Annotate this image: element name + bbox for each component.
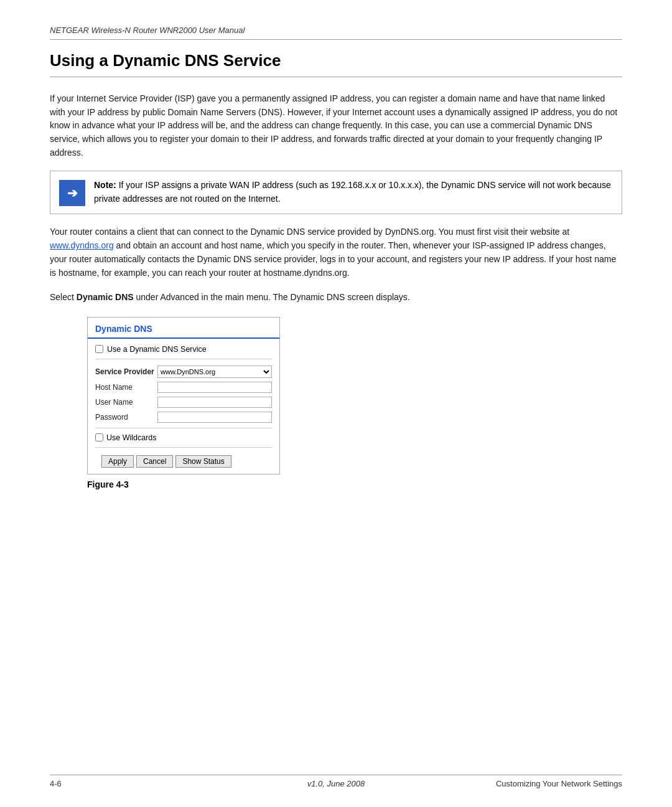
user-name-row: User Name [95,397,272,408]
arrow-icon: ➔ [59,180,85,206]
page-header: NETGEAR Wireless-N Router WNR2000 User M… [50,25,622,40]
figure-container: Dynamic DNS Use a Dynamic DNS Service Se… [87,317,622,489]
page-footer: 4-6 v1.0, June 2008 Customizing Your Net… [50,775,622,788]
footer-page-number: 4-6 [50,779,62,788]
note-content: Note: If your ISP assigns a private WAN … [94,179,613,205]
dns-panel-body: Use a Dynamic DNS Service Service Provid… [88,339,279,474]
note-box: ➔ Note: If your ISP assigns a private WA… [50,171,622,214]
dyndns-link[interactable]: www.dyndns.org [50,240,114,250]
host-name-label: Host Name [95,383,157,392]
page-title: Using a Dynamic DNS Service [50,51,622,77]
host-name-row: Host Name [95,382,272,393]
note-text: If your ISP assigns a private WAN IP add… [94,180,611,204]
service-provider-row: Service Provider www.DynDNS.org [95,366,272,378]
user-name-label: User Name [95,398,157,407]
wildcards-row: Use Wildcards [95,433,272,442]
dns-divider-2 [95,447,272,448]
body3-bold: Dynamic DNS [77,292,134,302]
wildcards-checkbox[interactable] [95,433,103,441]
header-text: NETGEAR Wireless-N Router WNR2000 User M… [50,26,245,35]
body2-before-link: Your router contains a client that can c… [50,227,569,237]
note-bold: Note: [94,180,116,190]
body-paragraph-2: Your router contains a client that can c… [50,225,622,280]
apply-button[interactable]: Apply [101,455,134,468]
host-name-input[interactable] [157,382,272,393]
password-row: Password [95,412,272,423]
body-paragraph-3: Select Dynamic DNS under Advanced in the… [50,291,622,304]
body2-after-link: and obtain an account and host name, whi… [50,240,616,277]
footer-version: v1.0, June 2008 [307,779,365,788]
password-input[interactable] [157,412,272,423]
dns-buttons-row: Apply Cancel Show Status [95,453,272,468]
user-name-input[interactable] [157,397,272,408]
body-paragraph-1: If your Internet Service Provider (ISP) … [50,92,622,159]
body3-after-bold: under Advanced in the main menu. The Dyn… [134,292,410,302]
password-label: Password [95,413,157,422]
dns-divider [95,428,272,428]
wildcards-label: Use Wildcards [106,433,157,442]
body3-before-bold: Select [50,292,77,302]
use-dns-checkbox-row: Use a Dynamic DNS Service [95,345,272,359]
use-dns-label: Use a Dynamic DNS Service [107,345,207,354]
service-provider-select[interactable]: www.DynDNS.org [157,366,272,378]
footer-chapter-title: Customizing Your Network Settings [496,779,622,788]
use-dns-checkbox[interactable] [95,345,103,353]
dns-panel-title: Dynamic DNS [88,318,279,339]
show-status-button[interactable]: Show Status [175,455,231,468]
cancel-button[interactable]: Cancel [136,455,173,468]
service-provider-label: Service Provider [95,367,157,376]
figure-label: Figure 4-3 [87,479,622,489]
dns-panel: Dynamic DNS Use a Dynamic DNS Service Se… [87,317,280,474]
